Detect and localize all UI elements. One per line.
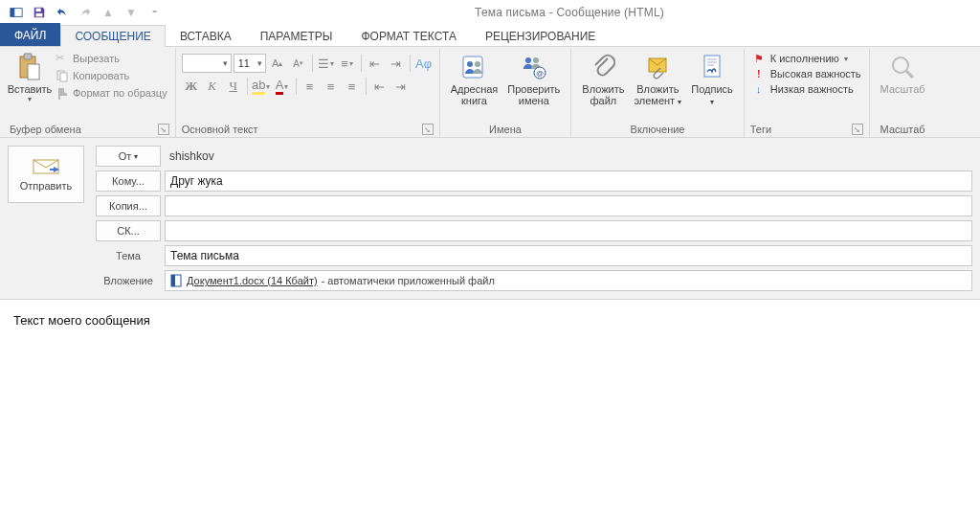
from-button[interactable]: От ▾ bbox=[96, 146, 161, 167]
paste-button[interactable]: Вставить bbox=[8, 83, 53, 95]
tab-format-text[interactable]: ФОРМАТ ТЕКСТА bbox=[346, 25, 470, 46]
paste-dropdown-icon[interactable]: ▾ bbox=[28, 95, 32, 103]
svg-rect-1 bbox=[11, 9, 14, 17]
align-center-icon[interactable]: ≡ bbox=[322, 77, 341, 96]
align-left-icon[interactable]: ≡ bbox=[301, 77, 320, 96]
attach-item-button[interactable]: Вложитьэлемент ▾ bbox=[629, 51, 686, 122]
qat-more-icon[interactable]: ⁼ bbox=[144, 2, 165, 23]
high-importance-button[interactable]: ! Высокая важность bbox=[752, 67, 861, 80]
check-names-button[interactable]: @ Проверитьимена bbox=[502, 51, 565, 122]
align-right-icon[interactable]: ≡ bbox=[343, 77, 362, 96]
window-title: Тема письма - Сообщение (HTML) bbox=[165, 6, 974, 19]
redo-icon[interactable] bbox=[75, 2, 96, 23]
low-importance-label: Низкая важность bbox=[770, 83, 854, 95]
quick-access-toolbar: ▲ ▼ ⁼ bbox=[6, 2, 165, 23]
indent-right-icon[interactable]: ⇥ bbox=[387, 54, 406, 73]
svg-point-21 bbox=[893, 57, 908, 73]
group-clipboard-label: Буфер обмена bbox=[10, 124, 81, 135]
down-arrow-icon: ↓ bbox=[752, 82, 766, 96]
zoom-button[interactable]: Масштаб bbox=[876, 51, 930, 122]
copy-label: Копировать bbox=[73, 70, 129, 81]
attachment-filename[interactable]: Документ1.docx (14 Кбайт) bbox=[187, 275, 318, 286]
font-name-combo[interactable] bbox=[182, 54, 232, 73]
svg-point-11 bbox=[475, 61, 480, 67]
dialog-launcher-icon[interactable]: ↘ bbox=[422, 124, 434, 135]
format-painter-button[interactable]: Формат по образцу bbox=[54, 85, 169, 101]
address-book-label2: книга bbox=[461, 95, 487, 106]
signature-button[interactable]: Подпись▾ bbox=[686, 51, 738, 122]
grow-font-icon[interactable]: A▴ bbox=[268, 54, 287, 73]
cut-label: Вырезать bbox=[73, 53, 120, 64]
bullets-icon[interactable]: ☰ bbox=[317, 54, 336, 73]
svg-text:@: @ bbox=[536, 69, 544, 78]
attach-item-label2: элемент bbox=[634, 95, 675, 106]
follow-up-button[interactable]: ⚑ К исполнению ▾ bbox=[752, 52, 861, 65]
ribbon-tabs: ФАЙЛ СООБЩЕНИЕ ВСТАВКА ПАРАМЕТРЫ ФОРМАТ … bbox=[0, 25, 980, 47]
decrease-indent-icon[interactable]: ⇤ bbox=[370, 77, 390, 96]
attach-file-label2: файл bbox=[590, 95, 617, 106]
group-names-label: Имена bbox=[489, 124, 522, 135]
cut-button[interactable]: ✂Вырезать bbox=[54, 51, 169, 66]
send-button[interactable]: Отправить bbox=[8, 146, 84, 203]
bold-button[interactable]: Ж bbox=[182, 77, 201, 96]
from-value: shishkov bbox=[165, 146, 972, 167]
tab-options[interactable]: ПАРАМЕТРЫ bbox=[246, 25, 347, 46]
body-text: Текст моего сообщения bbox=[13, 313, 150, 328]
address-book-button[interactable]: Адреснаякнига bbox=[446, 51, 503, 122]
group-include: Вложитьфайл Вложитьэлемент ▾ Подпись▾ Вк… bbox=[571, 49, 744, 137]
signature-icon bbox=[697, 52, 727, 82]
app-icon[interactable] bbox=[6, 2, 27, 23]
attachment-box[interactable]: Документ1.docx (14 Кбайт) - автоматичеки… bbox=[165, 270, 972, 291]
bcc-button[interactable]: СК... bbox=[96, 220, 161, 241]
tab-review[interactable]: РЕЦЕНЗИРОВАНИЕ bbox=[471, 25, 610, 46]
from-label: От bbox=[119, 150, 132, 162]
undo-icon[interactable] bbox=[52, 2, 73, 23]
bcc-input[interactable] bbox=[165, 220, 972, 241]
tab-file[interactable]: ФАЙЛ bbox=[0, 23, 60, 46]
underline-button[interactable]: Ч bbox=[224, 77, 243, 96]
copy-button[interactable]: Копировать bbox=[54, 68, 169, 83]
save-icon[interactable] bbox=[29, 2, 50, 23]
highlight-icon[interactable]: ab bbox=[252, 77, 271, 96]
tab-message[interactable]: СООБЩЕНИЕ bbox=[60, 25, 166, 47]
message-header-form: Отправить От ▾ shishkov Кому... Копия...… bbox=[0, 138, 980, 300]
check-names-label1: Проверить bbox=[507, 83, 560, 95]
cc-button[interactable]: Копия... bbox=[96, 195, 161, 216]
title-bar: ▲ ▼ ⁼ Тема письма - Сообщение (HTML) bbox=[0, 0, 980, 25]
font-color-icon[interactable]: A bbox=[273, 77, 292, 96]
svg-rect-8 bbox=[60, 73, 67, 81]
high-importance-label: Высокая важность bbox=[770, 68, 861, 79]
shrink-font-icon[interactable]: A▾ bbox=[289, 54, 308, 73]
to-button[interactable]: Кому... bbox=[96, 170, 161, 192]
flag-icon: ⚑ bbox=[752, 52, 766, 65]
cc-input[interactable] bbox=[165, 195, 972, 216]
dialog-launcher-icon[interactable]: ↘ bbox=[158, 124, 169, 135]
paste-icon[interactable] bbox=[15, 51, 44, 83]
arrow-up-icon[interactable]: ▲ bbox=[98, 2, 119, 23]
svg-rect-9 bbox=[463, 57, 482, 78]
tab-insert[interactable]: ВСТАВКА bbox=[166, 25, 246, 46]
magnifier-icon bbox=[887, 52, 918, 82]
indent-left-icon[interactable]: ⇤ bbox=[366, 54, 385, 73]
increase-indent-icon[interactable]: ⇥ bbox=[391, 77, 411, 96]
svg-rect-6 bbox=[28, 64, 39, 79]
low-importance-button[interactable]: ↓ Низкая важность bbox=[752, 82, 861, 96]
dialog-launcher-icon[interactable]: ↘ bbox=[852, 124, 863, 135]
signature-label: Подпись bbox=[691, 83, 733, 95]
subject-label: Тема bbox=[96, 250, 161, 261]
message-body[interactable]: Текст моего сообщения bbox=[0, 300, 980, 341]
italic-button[interactable]: К bbox=[203, 77, 222, 96]
to-input[interactable] bbox=[165, 170, 972, 192]
separator bbox=[410, 55, 411, 72]
group-clipboard: Вставить ▾ ✂Вырезать Копировать Формат п… bbox=[4, 49, 176, 137]
subject-input[interactable] bbox=[165, 245, 972, 266]
attach-file-button[interactable]: Вложитьфайл bbox=[577, 51, 629, 122]
numbering-icon[interactable]: ≡ bbox=[338, 54, 357, 73]
separator bbox=[312, 55, 313, 72]
font-size-combo[interactable]: 11 bbox=[234, 54, 266, 73]
svg-rect-2 bbox=[36, 9, 41, 12]
clear-formatting-icon[interactable]: Aφ bbox=[414, 54, 434, 73]
arrow-down-icon[interactable]: ▼ bbox=[121, 2, 142, 23]
attach-item-label1: Вложить bbox=[636, 83, 679, 95]
check-names-icon: @ bbox=[519, 52, 549, 82]
